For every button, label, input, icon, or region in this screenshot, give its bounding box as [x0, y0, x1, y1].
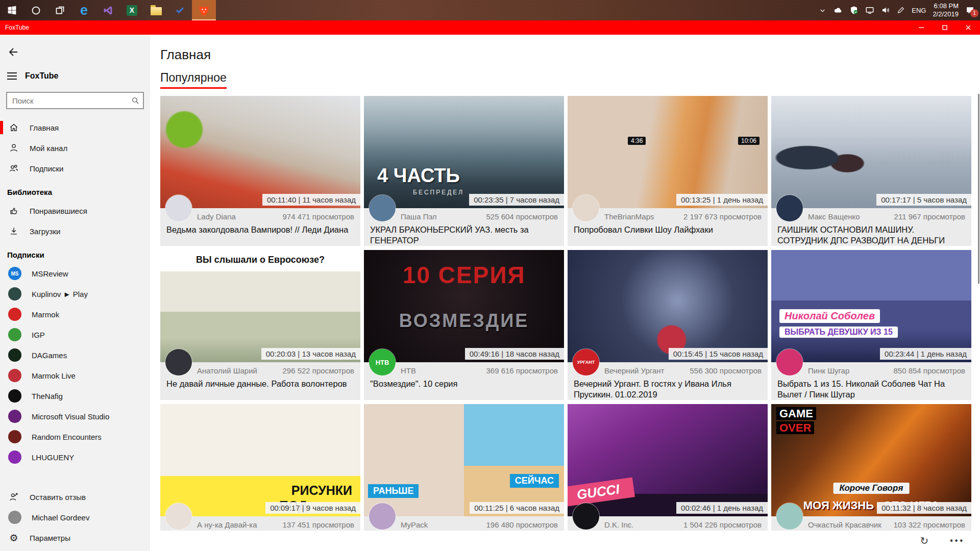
volume-icon[interactable]	[881, 6, 890, 15]
sidebar-subscription-5[interactable]: Marmok Live	[0, 365, 150, 386]
video-card[interactable]: СЕЙЧАСРАНЬШЕ 00:11:25 | 6 часов назад My…	[364, 404, 564, 551]
thumbnail-overlay-text: 10:06	[738, 137, 760, 145]
search-icon[interactable]	[131, 96, 140, 105]
search-input[interactable]	[6, 92, 144, 109]
thumbnail-overlay-text: РАНЬШЕ	[368, 484, 419, 498]
view-count: 2 197 673 просмотров	[683, 212, 762, 221]
like-icon	[8, 206, 19, 216]
video-card[interactable]: ВЫ слышали о Евросоюзе? 00:20:03 | 13 ча…	[160, 250, 360, 400]
sidebar-item-people[interactable]: Подписки	[0, 158, 150, 179]
video-card[interactable]: 00:17:17 | 5 часов назад Макс Ващенко 21…	[771, 96, 971, 246]
taskbar-task-view-icon[interactable]	[48, 0, 72, 20]
pen-icon[interactable]	[897, 6, 905, 14]
taskbar-excel-icon[interactable]: X	[120, 0, 144, 20]
video-card[interactable]: 00:15:45 | 15 часов назад УРГАНТ Вечерни…	[568, 250, 768, 400]
language-indicator[interactable]: ENG	[912, 7, 926, 14]
channel-avatar	[8, 348, 21, 362]
sidebar-item-download[interactable]: Загрузки	[0, 221, 150, 241]
network-icon[interactable]	[865, 6, 874, 15]
sidebar-subscription-3[interactable]: IGP	[0, 324, 150, 345]
sidebar-item-like[interactable]: Понравившиеся	[0, 201, 150, 221]
taskbar-file-explorer-icon[interactable]	[144, 0, 168, 20]
sidebar-subscription-2[interactable]: Marmok	[0, 304, 150, 324]
taskbar-visual-studio-icon[interactable]	[96, 0, 120, 20]
video-title: УКРАЛ БРАКОНЬЕРСКИЙ УАЗ. месть за ГЕНЕРА…	[364, 221, 564, 246]
thumbnail-overlay-text: РИСУНКИ	[291, 483, 352, 498]
item-label: Понравившиеся	[30, 207, 87, 215]
item-label: Marmok	[32, 310, 59, 319]
item-label: Michael Gordeev	[32, 513, 89, 522]
view-count: 850 854 просмотров	[893, 366, 965, 375]
refresh-button[interactable]: ↻	[920, 536, 928, 546]
taskbar-foxtube-icon[interactable]	[192, 0, 216, 20]
page-title: Главная	[160, 47, 980, 63]
more-button[interactable]: •••	[950, 537, 965, 545]
taskbar-cortana-icon[interactable]	[24, 0, 48, 20]
taskbar-start-icon[interactable]	[0, 0, 24, 20]
video-title: Вечерний Ургант. В гостях у Ивана Илья П…	[568, 375, 768, 400]
video-thumbnail: 10:064:36 00:13:25 | 1 день назад	[568, 96, 768, 208]
hamburger-menu-icon[interactable]	[7, 72, 17, 80]
item-label: MSReview	[32, 269, 68, 278]
channel-name: Макс Ващенко	[808, 212, 860, 221]
taskbar-todo-check-icon[interactable]	[168, 0, 192, 20]
minimize-button[interactable]	[910, 20, 933, 35]
sidebar-subscription-9[interactable]: LHUGUENY	[0, 447, 150, 467]
close-button[interactable]	[957, 20, 980, 35]
channel-avatar	[8, 287, 21, 300]
sidebar-subscription-4[interactable]: DAGames	[0, 345, 150, 365]
video-card[interactable]: 10:064:36 00:13:25 | 1 день назад TheBri…	[568, 96, 768, 246]
channel-avatar	[573, 503, 599, 530]
notification-badge: 1	[970, 9, 978, 17]
clock[interactable]: 6:08 PM 2/2/2019	[933, 2, 959, 19]
home-icon	[8, 122, 19, 133]
maximize-button[interactable]	[933, 20, 957, 35]
back-button[interactable]	[7, 46, 19, 58]
video-card[interactable]: ВОЗМЕЗДИЕ10 СЕРИЯ 00:49:16 | 18 часов на…	[364, 250, 564, 400]
system-tray: ENG 6:08 PM 2/2/2019 1	[819, 0, 980, 20]
windows-taskbar: eX ENG 6:08 PM 2/2/2019 1	[0, 0, 980, 20]
video-thumbnail: СЕЙЧАСРАНЬШЕ 00:11:25 | 6 часов назад	[364, 404, 564, 516]
sidebar-subscription-7[interactable]: Microsoft Visual Studio	[0, 406, 150, 427]
video-card[interactable]: GUCCI 00:02:46 | 1 день назад D.K. Inc. …	[568, 404, 768, 551]
scrollbar[interactable]	[978, 94, 979, 284]
item-label: LHUGUENY	[32, 453, 74, 462]
taskbar-edge-icon[interactable]: e	[72, 0, 96, 20]
sidebar-item-person[interactable]: Мой канал	[0, 138, 150, 158]
sidebar-subscription-0[interactable]: MSMSReview	[0, 263, 150, 284]
channel-avatar	[8, 308, 21, 321]
library-list: ПонравившиесяЗагрузки	[0, 201, 150, 241]
sidebar-item-gear[interactable]: ⚙Параметры	[0, 528, 150, 548]
channel-name: MyPack	[401, 520, 428, 529]
thumbnail-overlay-text: GUCCI	[568, 477, 635, 507]
thumbnail-overlay-text: СЕЙЧАС	[510, 474, 559, 488]
sidebar-item-account[interactable]: Michael Gordeev	[0, 507, 150, 528]
duration-badge: 00:13:25 | 1 день назад	[676, 194, 768, 206]
video-card[interactable]: 00:11:40 | 11 часов назад Lady Diana 974…	[160, 96, 360, 246]
thumbnail-overlay-text: Короче Говоря	[834, 483, 910, 494]
video-card[interactable]: БЕСПРЕДЕЛ4 ЧАСТЬ 00:23:35 | 7 часов наза…	[364, 96, 564, 246]
sidebar-subscription-8[interactable]: Random Encounters	[0, 427, 150, 447]
item-label: Random Encounters	[32, 433, 102, 441]
video-card[interactable]: ВЫБРАТЬ ДЕВУШКУ ИЗ 15Николай Соболев 00:…	[771, 250, 971, 400]
channel-avatar	[8, 369, 21, 382]
security-shield-icon[interactable]	[849, 6, 859, 15]
channel-avatar	[776, 503, 803, 530]
video-card[interactable]: МОЯ ЖИЗНЬ - ЭТО ИГРАКороче ГоворяOVERGAM…	[771, 404, 971, 551]
channel-avatar: НТВ	[369, 349, 396, 375]
video-thumbnail: ВЫБРАТЬ ДЕВУШКУ ИЗ 15Николай Соболев 00:…	[771, 250, 971, 362]
onedrive-cloud-icon[interactable]	[833, 6, 843, 15]
main-content: Главная Популярное 00:11:40 | 11 часов н…	[150, 35, 980, 551]
notifications-icon[interactable]: 1	[965, 6, 975, 15]
sidebar-item-home[interactable]: Главная	[0, 117, 150, 138]
video-title: Ведьма заколдовала Вампиров! // Леди Диа…	[160, 221, 360, 235]
view-count: 1 504 226 просмотров	[683, 520, 762, 529]
sidebar-subscription-6[interactable]: TheNafig	[0, 386, 150, 406]
channel-avatar	[165, 349, 192, 375]
channel-avatar	[8, 450, 21, 464]
tray-chevron-icon[interactable]	[819, 7, 826, 14]
sidebar-subscription-1[interactable]: Kuplinov ► Play	[0, 284, 150, 304]
item-label: Мой канал	[30, 144, 67, 153]
video-card[interactable]: ПОДРИСУНКИ 00:09:17 | 9 часов назад А ну…	[160, 404, 360, 551]
sidebar-item-feedback[interactable]: Оставить отзыв	[0, 487, 150, 507]
